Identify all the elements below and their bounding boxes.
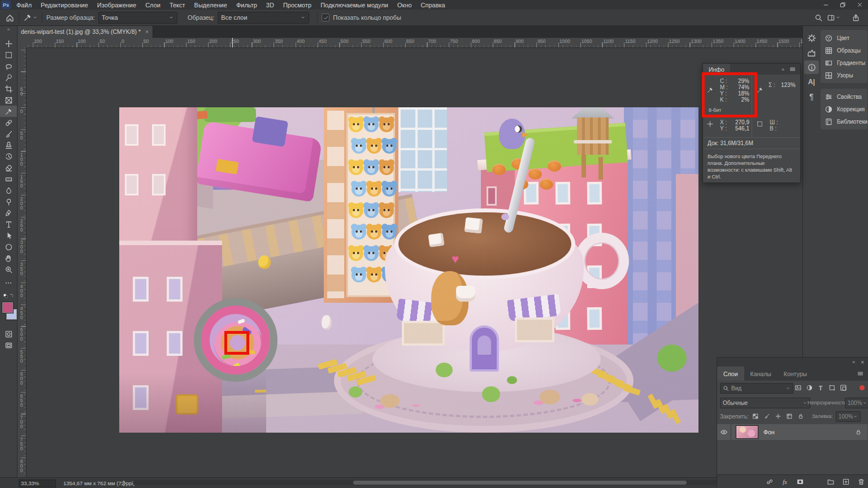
menu-item-Просмотр[interactable]: Просмотр — [279, 0, 316, 10]
lock-position[interactable] — [775, 413, 782, 420]
canvas[interactable]: N♥ — [119, 107, 698, 433]
layer-group[interactable] — [824, 478, 837, 486]
layer-filter-toggle[interactable] — [860, 385, 865, 390]
link-layers[interactable] — [763, 478, 776, 486]
panel-menu-icon[interactable] — [857, 370, 864, 377]
quick-mask-button[interactable] — [0, 328, 17, 339]
share-icon[interactable] — [852, 14, 860, 22]
layers-tab-Каналы[interactable]: Каналы — [744, 367, 778, 381]
menu-item-Текст[interactable]: Текст — [165, 0, 190, 10]
dock-icon-histogram[interactable] — [804, 46, 819, 59]
eyedropper-tool[interactable] — [0, 106, 17, 117]
layer-thumbnail[interactable] — [736, 425, 758, 439]
menu-item-Файл[interactable]: Файл — [12, 0, 36, 10]
menu-item-Окно[interactable]: Окно — [393, 0, 416, 10]
new-layer[interactable] — [840, 478, 852, 486]
sample-size-dropdown[interactable]: Точка — [98, 12, 177, 24]
layer-style[interactable]: fx — [779, 478, 791, 485]
lock-all[interactable] — [797, 413, 804, 420]
panel-menu-icon[interactable] — [789, 66, 796, 73]
menu-item-Редактирование[interactable]: Редактирование — [36, 0, 93, 10]
adjustment-layer-filter[interactable] — [804, 383, 815, 393]
home-icon[interactable] — [5, 13, 15, 23]
horizontal-ruler[interactable]: 2001501005005010015020025030035040045050… — [26, 38, 802, 48]
show-sample-ring-checkbox[interactable] — [322, 14, 329, 21]
edit-toolbar-ellipsis[interactable] — [0, 277, 17, 289]
blend-mode-dropdown[interactable]: Обычные — [720, 398, 810, 408]
lock-transparent[interactable] — [752, 413, 759, 420]
swap-colors-icon[interactable] — [10, 293, 14, 297]
clone-stamp-tool[interactable] — [0, 140, 17, 151]
info-panel-tab[interactable]: Инфо — [703, 64, 730, 75]
default-colors-icon[interactable] — [3, 294, 8, 298]
screen-mode-button[interactable] — [0, 339, 17, 351]
dock-button-color-wheel[interactable]: Цвет — [821, 32, 867, 44]
horizontal-scrollbar[interactable] — [133, 480, 798, 485]
panel-close-icon[interactable]: × — [861, 359, 864, 365]
move-tool[interactable] — [0, 38, 17, 49]
shape-layer-filter[interactable] — [826, 383, 837, 393]
lasso-tool[interactable] — [0, 60, 17, 72]
adjustment-layer[interactable] — [809, 478, 822, 486]
layer-row[interactable]: Фон — [717, 424, 867, 440]
search-icon[interactable] — [814, 14, 823, 22]
lock-artboard[interactable] — [786, 413, 793, 420]
type-layer-filter[interactable]: T — [815, 383, 826, 393]
rect-marquee-tool[interactable] — [0, 49, 17, 60]
vertical-ruler[interactable]: 5005010015020025030035040045050055060065… — [17, 47, 27, 477]
pen-tool[interactable] — [0, 207, 17, 219]
pixel-layer-filter[interactable] — [792, 383, 804, 393]
healing-brush-tool[interactable] — [0, 117, 17, 128]
chevron-down-icon[interactable] — [32, 15, 38, 20]
restore-button[interactable] — [834, 0, 851, 10]
toolbar-collapse-chevron[interactable]: » — [0, 25, 17, 33]
eyedropper-tool-icon[interactable] — [23, 13, 32, 22]
crop-tool[interactable] — [0, 83, 17, 94]
brush-tool[interactable] — [0, 128, 17, 140]
sample-layers-dropdown[interactable]: Все слои — [218, 12, 309, 24]
zoom-level-field[interactable]: 33,33% — [19, 480, 56, 487]
dock-button-adjustments[interactable]: Коррекция — [821, 103, 867, 115]
lock-paint[interactable] — [763, 413, 770, 420]
frame-tool[interactable] — [0, 94, 17, 106]
status-options-arrow[interactable]: ❯ — [122, 480, 127, 486]
layers-tab-Контуры[interactable]: Контуры — [778, 367, 813, 381]
type-tool[interactable] — [0, 219, 17, 230]
dock-button-swatches[interactable]: Образцы — [821, 44, 867, 56]
dock-button-patterns[interactable]: Узоры — [821, 69, 867, 81]
layer-mask[interactable] — [794, 478, 806, 486]
document-tab[interactable]: denis-wipart-test (1).jpg @ 33,3% (CMYK/… — [17, 25, 153, 38]
menu-item-Фильтр[interactable]: Фильтр — [232, 0, 262, 10]
ellipse-tool[interactable] — [0, 241, 17, 252]
panel-collapse-icon[interactable]: » — [782, 67, 784, 72]
dock-icon-navigator[interactable] — [804, 31, 819, 45]
tab-close-icon[interactable]: × — [145, 28, 149, 35]
minimize-button[interactable] — [817, 0, 834, 10]
delete-layer[interactable] — [855, 478, 867, 486]
foreground-color-swatch[interactable] — [2, 302, 13, 313]
dock-icon-paragraph[interactable]: ¶ — [804, 90, 819, 103]
gradient-tool[interactable] — [0, 173, 17, 185]
menu-item-Справка[interactable]: Справка — [416, 0, 450, 10]
fill-value[interactable]: 100% — [836, 411, 861, 422]
dock-button-libraries[interactable]: Библиотеки — [821, 115, 867, 128]
hand-tool[interactable] — [0, 252, 17, 264]
menu-item-Слои[interactable]: Слои — [141, 0, 165, 10]
menu-item-Изображение[interactable]: Изображение — [93, 0, 141, 10]
layer-visibility-eye-icon[interactable] — [717, 428, 731, 436]
layer-name[interactable]: Фон — [763, 429, 775, 435]
dodge-tool[interactable] — [0, 196, 17, 207]
menu-item-3D[interactable]: 3D — [262, 0, 279, 10]
smart-object-filter[interactable] — [837, 383, 849, 393]
eraser-tool[interactable] — [0, 162, 17, 173]
menu-item-Выделение[interactable]: Выделение — [190, 0, 232, 10]
quick-selection-tool[interactable] — [0, 72, 17, 83]
dock-icon-info[interactable] — [804, 60, 819, 74]
path-select-tool[interactable] — [0, 230, 17, 241]
dock-icon-character[interactable]: A| — [804, 75, 819, 89]
dock-button-gradient[interactable]: Градиенты — [821, 56, 867, 69]
blur-tool[interactable] — [0, 185, 17, 196]
workspace-icon[interactable] — [827, 14, 835, 22]
layers-tab-Слои[interactable]: Слои — [717, 367, 744, 381]
menu-item-Подключаемые модули[interactable]: Подключаемые модули — [316, 0, 393, 10]
